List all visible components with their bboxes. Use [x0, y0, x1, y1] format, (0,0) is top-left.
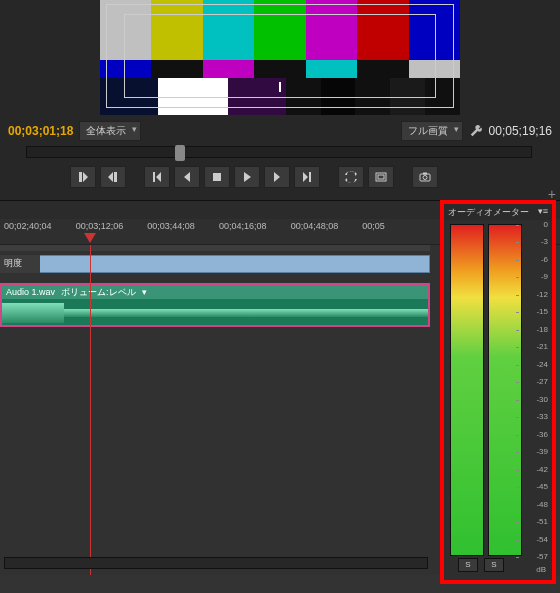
work-area-bar[interactable]: [0, 245, 430, 251]
meter-tick: -48: [520, 500, 548, 509]
meter-tick: -33: [520, 412, 548, 421]
svg-rect-5: [423, 173, 427, 175]
solo-left-button[interactable]: S: [458, 558, 478, 572]
audio-meter-body: 0-3-6-9-12-15-18-21-24-27-30-33-36-39-42…: [444, 220, 552, 560]
meter-channel-right: [488, 224, 522, 556]
video-track-label[interactable]: 明度: [0, 255, 40, 273]
meter-tick: -30: [520, 395, 548, 404]
audio-meter-panel: オーディオメーター ▾≡ 0-3-6-9-12-15-18-21-24-27-3…: [440, 200, 556, 584]
meter-unit-label: dB: [536, 565, 546, 574]
meter-tick: -39: [520, 447, 548, 456]
meter-tick: -27: [520, 377, 548, 386]
meter-tick: -51: [520, 517, 548, 526]
solo-right-button[interactable]: S: [484, 558, 504, 572]
quality-dropdown[interactable]: フル画質: [401, 121, 463, 141]
meter-tick: -9: [520, 272, 548, 281]
chevron-down-icon[interactable]: ▾: [142, 287, 147, 297]
playhead-line[interactable]: [90, 245, 91, 575]
svg-rect-0: [213, 173, 221, 181]
go-to-in-button[interactable]: [144, 166, 170, 188]
ruler-timecode: 00;02;40;04: [4, 221, 52, 231]
app-root: 00;03;01;18 全体表示 フル画質 00;05;19;16: [0, 0, 560, 593]
meter-tick: -15: [520, 307, 548, 316]
monitor-info-bar: 00;03;01;18 全体表示 フル画質 00;05;19;16: [8, 120, 552, 142]
meter-channel-left: [450, 224, 484, 556]
timecode-in[interactable]: 00;03;01;18: [8, 124, 73, 138]
audio-clip-filename: Audio 1.wav: [6, 287, 55, 297]
meter-scale: 0-3-6-9-12-15-18-21-24-27-30-33-36-39-42…: [520, 224, 548, 556]
mark-in-button[interactable]: [70, 166, 96, 188]
playhead-caret-icon[interactable]: [84, 233, 96, 245]
play-button[interactable]: [234, 166, 260, 188]
svg-rect-2: [378, 175, 384, 179]
meter-tick: -12: [520, 290, 548, 299]
svg-point-4: [423, 176, 427, 180]
mini-timeline-handle[interactable]: [175, 145, 185, 161]
mark-out-button[interactable]: [100, 166, 126, 188]
audio-clip[interactable]: Audio 1.wav ボリューム:レベル ▾: [0, 283, 430, 327]
meter-tick: -6: [520, 255, 548, 264]
meter-tick: -54: [520, 535, 548, 544]
ruler-timecode: 00;04;16;08: [219, 221, 267, 231]
panel-menu-icon[interactable]: ▾≡: [538, 206, 548, 218]
audio-meter-title: オーディオメーター: [448, 206, 529, 218]
meter-tick: -45: [520, 482, 548, 491]
meter-tick: -3: [520, 237, 548, 246]
export-frame-button[interactable]: [412, 166, 438, 188]
step-forward-button[interactable]: [264, 166, 290, 188]
loop-button[interactable]: [338, 166, 364, 188]
audio-waveform: [2, 299, 428, 327]
meter-tick: 0: [520, 220, 548, 229]
zoom-dropdown[interactable]: 全体表示: [79, 121, 141, 141]
audio-clip-param: ボリューム:レベル: [61, 286, 136, 299]
video-clip[interactable]: [0, 255, 430, 273]
go-to-out-button[interactable]: [294, 166, 320, 188]
monitor-playhead-tick: [279, 82, 281, 92]
safe-margin-button[interactable]: [368, 166, 394, 188]
meter-tick: -24: [520, 360, 548, 369]
meter-tick: -18: [520, 325, 548, 334]
stop-button[interactable]: [204, 166, 230, 188]
monitor-mini-timeline[interactable]: [26, 146, 532, 158]
step-back-button[interactable]: [174, 166, 200, 188]
timecode-out: 00;05;19;16: [489, 124, 552, 138]
wrench-icon[interactable]: [469, 124, 483, 138]
meter-tick: -36: [520, 430, 548, 439]
ruler-timecode: 00;05: [362, 221, 385, 231]
ruler-timecode: 00;03;44;08: [147, 221, 195, 231]
ruler-timecode: 00;04;48;08: [291, 221, 339, 231]
monitor-canvas[interactable]: [100, 0, 460, 115]
transport-bar: [70, 166, 438, 188]
ruler-timecode: 00;03;12;06: [76, 221, 124, 231]
program-monitor: 00;03;01;18 全体表示 フル画質 00;05;19;16: [0, 0, 560, 200]
meter-tick: -42: [520, 465, 548, 474]
meter-tick: -21: [520, 342, 548, 351]
timeline-h-scrollbar[interactable]: [4, 557, 428, 569]
